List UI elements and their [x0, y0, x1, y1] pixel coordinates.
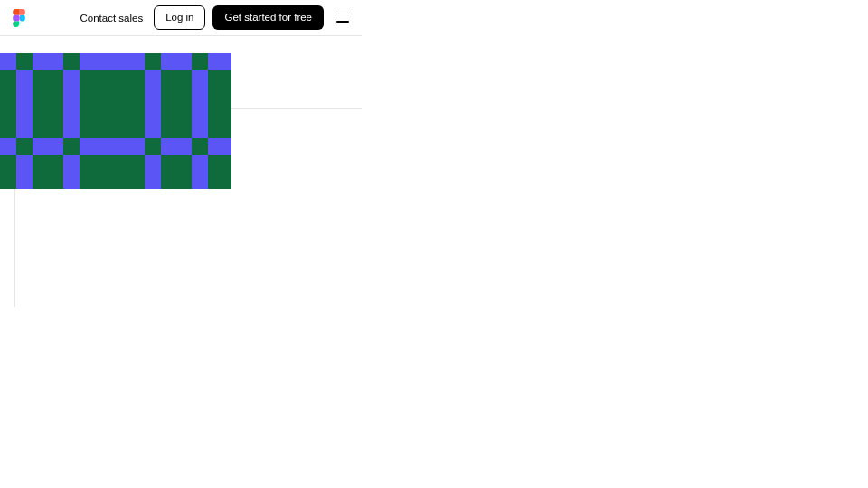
login-button[interactable]: Log in: [154, 5, 205, 31]
menu-icon[interactable]: [336, 14, 349, 23]
svg-point-0: [19, 14, 25, 21]
page-header: Contact sales Log in Get started for fre…: [0, 0, 362, 36]
header-actions: Contact sales Log in Get started for fre…: [80, 5, 349, 31]
decorative-grid-pattern: [0, 53, 231, 189]
figma-logo-icon[interactable]: [13, 9, 25, 27]
get-started-button[interactable]: Get started for free: [212, 5, 324, 31]
contact-sales-link[interactable]: Contact sales: [80, 13, 143, 23]
